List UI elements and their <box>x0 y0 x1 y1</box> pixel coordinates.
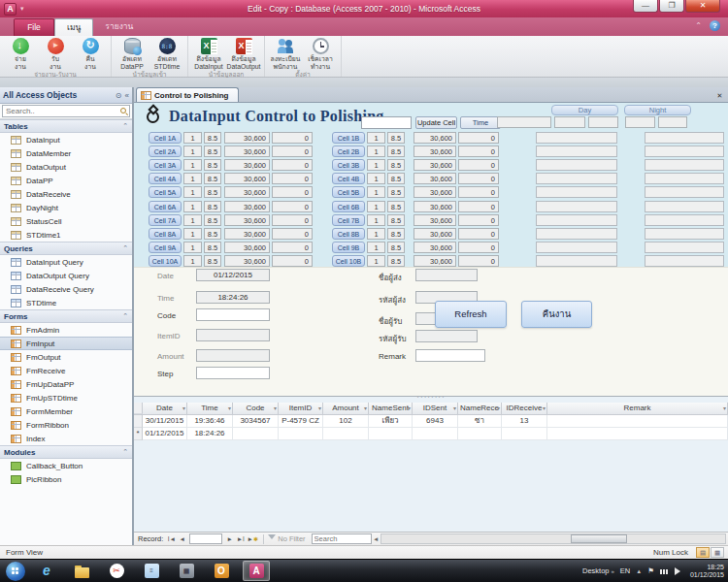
column-header[interactable]: Date▾ <box>143 403 187 414</box>
sidebar-item-table[interactable]: DataMember <box>0 146 132 160</box>
sidebar-item-table[interactable]: DataInput <box>0 133 132 146</box>
shift-field[interactable] <box>497 116 551 128</box>
sidebar-item-module[interactable]: PicRibbon <box>0 472 132 486</box>
cell-b-button[interactable]: Cell 6B <box>332 201 365 212</box>
minimize-ribbon-icon[interactable]: ⌃ <box>695 21 702 30</box>
sidebar-item-form[interactable]: FmOutput <box>0 350 132 364</box>
new-record-button[interactable]: ► <box>246 535 259 542</box>
action-center-flag-icon[interactable]: ⚑ <box>647 566 654 575</box>
column-header[interactable]: IDReceive▾ <box>502 403 547 414</box>
language-indicator[interactable]: EN <box>620 566 630 575</box>
cell-idreceive[interactable] <box>502 428 547 440</box>
column-header[interactable]: Remark▾ <box>547 403 728 414</box>
return-work-form-button[interactable]: คืนงาน <box>521 301 592 328</box>
cell-b-button[interactable]: Cell 1B <box>332 132 365 144</box>
cell-itemid[interactable] <box>279 428 323 440</box>
taskbar-access-button[interactable]: A <box>243 561 270 581</box>
column-dropdown-icon[interactable]: ▾ <box>723 403 726 414</box>
cell-remark[interactable] <box>547 415 728 428</box>
cell-a-button[interactable]: Cell 1A <box>149 132 182 144</box>
update-stdtime-button[interactable]: อัพเดท STDtime <box>149 37 184 71</box>
cell-a-button[interactable]: Cell 6A <box>149 201 182 212</box>
taskbar-explorer-button[interactable] <box>68 561 95 581</box>
column-dropdown-icon[interactable]: ▾ <box>408 403 411 414</box>
document-tab[interactable]: Control to Polishing <box>136 87 239 102</box>
night-result-field[interactable] <box>645 201 724 212</box>
night-result-field[interactable] <box>645 132 724 144</box>
section-header-modules[interactable]: Modules ⌃ <box>0 445 132 459</box>
dispatch-work-button[interactable]: จ่าย งาน <box>3 37 38 71</box>
row-selector[interactable] <box>134 415 143 428</box>
sidebar-item-form[interactable]: FmInput <box>0 337 132 350</box>
column-dropdown-icon[interactable]: ▾ <box>182 403 185 414</box>
show-hidden-icons-icon[interactable]: ▲ <box>636 568 642 574</box>
collapse-section-icon[interactable]: ⌃ <box>122 312 128 320</box>
cell-idreceive[interactable]: 13 <box>502 415 547 428</box>
cell-code[interactable] <box>233 428 279 440</box>
night-result-field[interactable] <box>645 186 724 198</box>
day-result-field[interactable] <box>536 255 617 267</box>
cell-amount[interactable]: 102 <box>323 415 369 428</box>
cell-a-button[interactable]: Cell 8A <box>149 228 182 240</box>
sidebar-item-form[interactable]: Index <box>0 432 132 445</box>
check-worktime-button[interactable]: เช็คเวลา ทำงาน <box>303 37 338 71</box>
sidebar-item-table[interactable]: DayNight <box>0 201 132 214</box>
cell-b-button[interactable]: Cell 9B <box>332 242 365 253</box>
cell-b-button[interactable]: Cell 7B <box>332 214 365 226</box>
night-result-field[interactable] <box>645 255 724 267</box>
form-view-button[interactable]: ▤ <box>696 547 710 558</box>
time-button[interactable]: Time <box>460 116 501 129</box>
sidebar-item-query[interactable]: DataInput Query <box>0 255 132 269</box>
nav-pane-header[interactable]: All Access Objects ⊙ « <box>0 87 132 104</box>
day-result-field[interactable] <box>536 146 617 157</box>
shift-field[interactable] <box>625 116 655 128</box>
file-tab[interactable]: File <box>14 18 54 36</box>
step-input[interactable] <box>196 367 270 379</box>
night-button[interactable]: Night <box>624 105 691 115</box>
taskbar-outlook-button[interactable]: O <box>208 561 235 581</box>
tab-menu[interactable]: เมนู <box>54 18 93 36</box>
section-header-forms[interactable]: Forms ⌃ <box>0 309 132 323</box>
minimize-button[interactable]: — <box>633 0 658 13</box>
taskbar-calculator-button[interactable]: ▦ <box>173 561 200 581</box>
taskbar-ie-button[interactable]: e <box>33 561 60 581</box>
sidebar-item-query[interactable]: DataOutput Query <box>0 269 132 282</box>
cell-idsent[interactable] <box>413 428 458 440</box>
update-cell-input[interactable] <box>361 116 412 129</box>
network-icon[interactable] <box>660 567 669 575</box>
shift-field[interactable] <box>588 116 618 128</box>
cell-a-button[interactable]: Cell 7A <box>149 214 182 226</box>
night-result-field[interactable] <box>645 146 724 157</box>
sidebar-item-form[interactable]: FormRibbon <box>0 418 132 432</box>
sidebar-item-table[interactable]: DataReceive <box>0 187 132 201</box>
day-result-field[interactable] <box>536 173 617 184</box>
cell-date[interactable]: 30/11/2015 <box>143 415 187 428</box>
code-input[interactable] <box>196 308 270 321</box>
cell-itemid[interactable]: P-4579 CZ <box>279 415 323 428</box>
collapse-section-icon[interactable]: ⌃ <box>122 122 128 130</box>
sidebar-item-query[interactable]: STDtime <box>0 296 132 309</box>
column-header[interactable]: Time▾ <box>187 403 233 414</box>
night-result-field[interactable] <box>645 159 724 171</box>
sidebar-item-table[interactable]: DataPP <box>0 174 132 187</box>
register-employee-button[interactable]: ลงทะเบียน พนักงาน <box>268 37 303 71</box>
no-filter-label[interactable]: No Filter <box>278 534 305 543</box>
section-header-tables[interactable]: Tables ⌃ <box>0 119 132 133</box>
sidebar-item-form[interactable]: FmUpDataPP <box>0 377 132 391</box>
row-selector[interactable]: * <box>134 428 143 440</box>
sidebar-item-form[interactable]: FmAdmin <box>0 323 132 337</box>
cell-b-button[interactable]: Cell 3B <box>332 159 365 171</box>
close-button[interactable]: ✕ <box>685 0 720 13</box>
day-result-field[interactable] <box>536 228 617 240</box>
sidebar-item-query[interactable]: DataReceive Query <box>0 282 132 296</box>
cell-b-button[interactable]: Cell 5B <box>332 186 365 198</box>
shift-field[interactable] <box>658 116 687 128</box>
cell-code[interactable]: 3034567 <box>233 415 279 428</box>
column-dropdown-icon[interactable]: ▾ <box>453 403 456 414</box>
cell-time[interactable]: 19:36:46 <box>187 415 233 428</box>
update-cell-button[interactable]: Update Cell <box>415 116 457 129</box>
day-result-field[interactable] <box>536 201 617 212</box>
collapse-section-icon[interactable]: ⌃ <box>122 448 128 456</box>
column-header[interactable]: ItemID▾ <box>279 403 323 414</box>
restore-button[interactable]: ❐ <box>659 0 684 13</box>
